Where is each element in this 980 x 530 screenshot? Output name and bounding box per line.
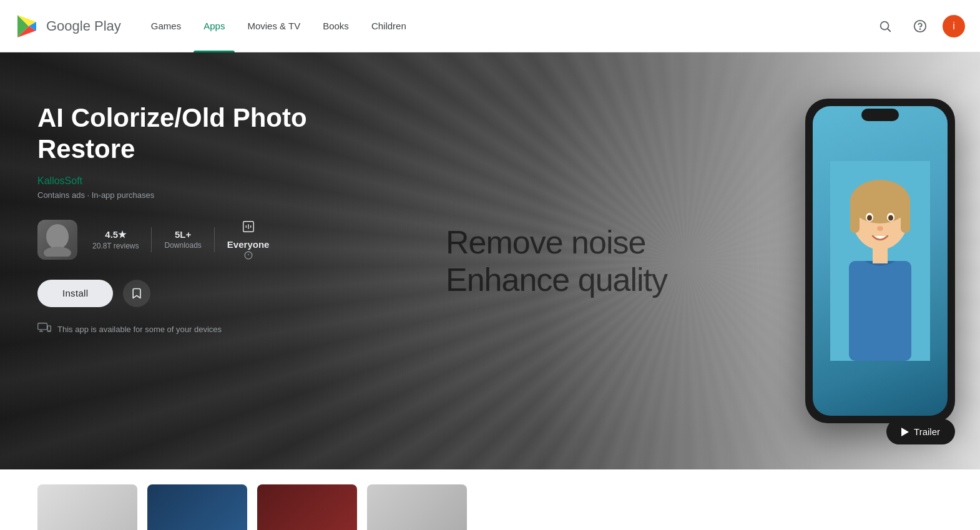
screenshot-2[interactable] <box>147 484 247 530</box>
hero-bg-line1: Remove noise <box>446 223 667 261</box>
trailer-label: Trailer <box>914 426 940 437</box>
svg-rect-33 <box>849 261 911 361</box>
svg-point-4 <box>881 21 889 29</box>
downloads-stat: 5L+ Downloads <box>164 229 201 250</box>
screenshots-section <box>0 469 980 530</box>
svg-point-9 <box>44 247 71 257</box>
hero-section: AI Colorize/Old Photo Restore KallosSoft… <box>0 52 980 469</box>
hero-bg-line2: Enhance quality <box>446 261 667 298</box>
logo-area: Google Play <box>15 14 121 39</box>
screenshot-4[interactable] <box>367 484 467 530</box>
svg-rect-17 <box>38 323 47 329</box>
nav-movies[interactable]: Movies & TV <box>237 0 310 52</box>
add-to-wishlist-button[interactable] <box>123 280 150 307</box>
app-icon <box>37 220 77 260</box>
svg-rect-34 <box>873 247 888 263</box>
trailer-button[interactable]: Trailer <box>886 419 955 444</box>
downloads-value: 5L+ <box>175 229 191 240</box>
phone-screen <box>813 106 948 416</box>
developer-link[interactable]: KallosSoft <box>37 175 399 187</box>
svg-point-31 <box>888 215 893 221</box>
help-icon <box>913 19 927 33</box>
device-msg-text: This app is available for some of your d… <box>57 325 222 334</box>
app-title: AI Colorize/Old Photo Restore <box>37 102 399 165</box>
svg-point-27 <box>855 187 905 212</box>
nav-children[interactable]: Children <box>361 0 416 52</box>
hero-buttons: Install <box>37 280 399 307</box>
user-avatar-button[interactable]: i <box>943 15 965 37</box>
everyone-label: Everyone <box>227 239 270 250</box>
phone-mockup <box>780 52 980 469</box>
trailer-play-icon <box>901 428 909 436</box>
nav-books[interactable]: Books <box>313 0 359 52</box>
nav-apps[interactable]: Apps <box>194 0 235 52</box>
app-icon-image <box>42 223 73 257</box>
everyone-icon <box>242 220 255 237</box>
device-availability-msg: This app is available for some of your d… <box>37 322 399 336</box>
svg-point-8 <box>46 224 69 249</box>
svg-point-32 <box>877 226 883 231</box>
app-meta: Contains ads · In-app purchases <box>37 190 399 200</box>
stat-divider-2 <box>214 227 215 252</box>
app-header: Google Play Games Apps Movies & TV Books… <box>0 0 980 52</box>
google-play-wordmark: Google Play <box>46 18 121 34</box>
google-play-logo-icon <box>15 14 40 39</box>
rating-age-stat: Everyone <box>227 220 270 260</box>
phone-notch <box>861 109 899 121</box>
main-nav: Games Apps Movies & TV Books Children <box>141 0 873 52</box>
stat-divider-1 <box>151 227 152 252</box>
devices-icon <box>37 322 51 333</box>
hero-bg-text: Remove noise Enhance quality <box>446 223 667 298</box>
app-stats-row: 4.5★ 20.8T reviews 5L+ Downloads <box>37 220 399 260</box>
rating-value: 4.5★ <box>105 229 126 240</box>
search-icon <box>878 19 892 33</box>
screenshot-3[interactable] <box>257 484 357 530</box>
svg-point-30 <box>867 215 872 221</box>
bookmark-icon <box>130 287 143 300</box>
nav-games[interactable]: Games <box>141 0 191 52</box>
reviews-count: 20.8T reviews <box>92 242 139 250</box>
hero-content: AI Colorize/Old Photo Restore KallosSoft… <box>0 52 437 361</box>
screenshot-1[interactable] <box>37 484 137 530</box>
rating-stat: 4.5★ 20.8T reviews <box>92 229 139 250</box>
search-button[interactable] <box>873 14 898 39</box>
help-button[interactable] <box>908 14 933 39</box>
downloads-label: Downloads <box>164 241 201 250</box>
svg-line-5 <box>888 29 890 31</box>
header-actions: i <box>873 14 965 39</box>
everyone-info-icon <box>244 251 253 260</box>
avatar-letter: i <box>953 21 955 32</box>
phone-outer-frame <box>805 99 955 423</box>
install-button[interactable]: Install <box>37 280 113 307</box>
app-screenshot-child <box>830 161 930 361</box>
device-icon <box>37 322 51 336</box>
